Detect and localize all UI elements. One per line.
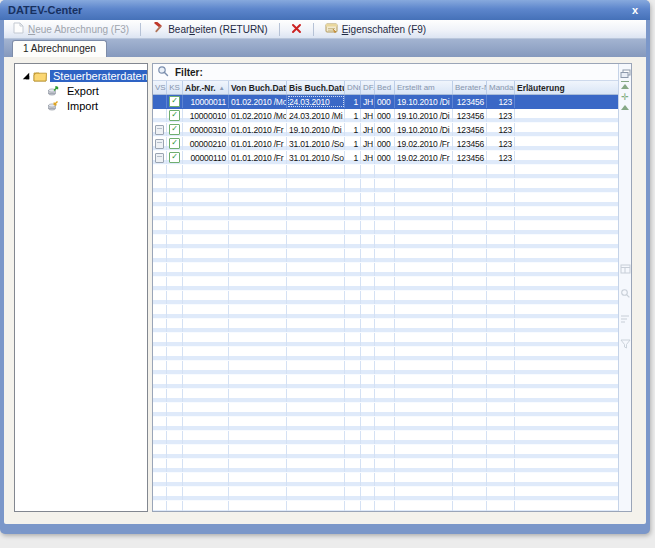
tree-root-steuerberaterdaten[interactable]: Steuerberaterdaten (15, 68, 147, 83)
empty-table-row[interactable] (153, 165, 618, 179)
column-header-bed[interactable]: Bed (375, 81, 395, 94)
export-icon (47, 85, 61, 97)
empty-table-row[interactable] (153, 305, 618, 319)
empty-table-row[interactable] (153, 473, 618, 487)
filter-funnel-icon[interactable] (620, 335, 631, 353)
column-header-abr-nr[interactable]: Abr.-Nr.▲ (183, 81, 229, 94)
empty-table-row[interactable] (153, 459, 618, 473)
filter-label: Filter: (175, 67, 203, 78)
scroll-up-icon[interactable] (621, 105, 629, 110)
hammer-icon (152, 22, 164, 36)
column-header-dnr[interactable]: DNr. (345, 81, 361, 94)
table-row[interactable]: ✓ 00000310 01.01.2010 /Fr 19.10.2010 /Di… (153, 123, 618, 137)
new-page-icon (13, 22, 24, 36)
empty-table-row[interactable] (153, 207, 618, 221)
tree-root-label[interactable]: Steuerberaterdaten (50, 70, 148, 82)
filter-magnifier-icon[interactable] (157, 64, 169, 81)
focused-cell[interactable]: 24.03.2010 (287, 95, 345, 108)
empty-table-row[interactable] (153, 193, 618, 207)
table-body: ✓ 10000011 01.02.2010 /Mo 24.03.2010 1 J… (153, 95, 618, 511)
column-header-erlaeuterung[interactable]: Erläuterung (515, 81, 618, 94)
toolbar-separator (140, 23, 141, 36)
column-header-berater-nr[interactable]: Berater-Nr. (453, 81, 487, 94)
empty-table-row[interactable] (153, 417, 618, 431)
scroll-to-top-icon[interactable] (621, 84, 629, 89)
properties-icon (325, 22, 338, 36)
eigenschaften-button[interactable]: Eigenschaften (F9) (320, 21, 432, 37)
grid-tools (620, 260, 631, 353)
search-icon[interactable] (620, 285, 631, 303)
tree-panel: Steuerberaterdaten Export Import (14, 63, 148, 512)
grid-side-strip: ✛ (618, 64, 631, 511)
empty-table-row[interactable] (153, 249, 618, 263)
import-icon (47, 100, 61, 112)
empty-table-row[interactable] (153, 235, 618, 249)
empty-table-row[interactable] (153, 319, 618, 333)
document-icon (155, 125, 164, 135)
column-header-vs[interactable]: VS (153, 81, 167, 94)
empty-table-row[interactable] (153, 347, 618, 361)
empty-table-row[interactable] (153, 179, 618, 193)
document-icon (155, 139, 164, 149)
title-bar: DATEV-Center x (0, 0, 650, 20)
tree-item-label[interactable]: Import (64, 100, 101, 112)
sort-ascending-icon: ▲ (219, 85, 225, 91)
column-header-bis-buch-datum[interactable]: Bis Buch.Datum (287, 81, 345, 94)
checkbox-checked-icon[interactable]: ✓ (169, 96, 180, 107)
tree-item-import[interactable]: Import (15, 98, 147, 113)
filter-row: Filter: (153, 64, 618, 81)
checkbox-checked-icon[interactable]: ✓ (169, 152, 180, 163)
tab-abrechnungen[interactable]: 1 Abrechnungen (12, 40, 107, 57)
empty-table-row[interactable] (153, 403, 618, 417)
column-header-mandant[interactable]: Mandan (487, 81, 515, 94)
folder-icon (33, 70, 47, 82)
delete-x-icon (291, 23, 302, 36)
empty-table-row[interactable] (153, 263, 618, 277)
empty-table-row[interactable] (153, 291, 618, 305)
column-header-df[interactable]: DF. (361, 81, 375, 94)
checkbox-checked-icon[interactable]: ✓ (169, 124, 180, 135)
document-icon (155, 153, 164, 163)
datev-center-window: DATEV-Center x Neue Abrechnung (F3) Bear… (0, 0, 650, 534)
content-area: Steuerberaterdaten Export Import (4, 57, 646, 524)
new-abrechnung-button[interactable]: Neue Abrechnung (F3) (8, 21, 134, 37)
empty-table-row[interactable] (153, 333, 618, 347)
tree-item-export[interactable]: Export (15, 83, 147, 98)
nav-plus-icon[interactable]: ✛ (621, 93, 629, 101)
delete-button[interactable] (286, 22, 307, 37)
close-button[interactable]: x (628, 4, 642, 17)
abrechnungen-table-panel: Filter: VS KS Abr.-Nr.▲ Von Buch.Datum B… (152, 63, 632, 512)
bearbeiten-button[interactable]: Bearbeiten (RETURN) (147, 21, 272, 37)
column-chooser-icon[interactable] (620, 65, 631, 75)
empty-table-row[interactable] (153, 389, 618, 403)
column-header-erstellt-am[interactable]: Erstellt am (395, 81, 453, 94)
empty-table-row[interactable] (153, 431, 618, 445)
table-header-row: VS KS Abr.-Nr.▲ Von Buch.Datum Bis Buch.… (153, 81, 618, 95)
table-row[interactable]: ✓ 00000110 01.01.2010 /Fr 31.01.2010 /So… (153, 151, 618, 165)
checkbox-checked-icon[interactable]: ✓ (169, 138, 180, 149)
tree-item-label[interactable]: Export (64, 85, 102, 97)
table-row[interactable]: ✓ 00000210 01.01.2010 /Fr 31.01.2010 /So… (153, 137, 618, 151)
empty-table-row[interactable] (153, 221, 618, 235)
scroll-buttons: ✛ (621, 84, 629, 110)
column-header-ks[interactable]: KS (167, 81, 183, 94)
toolbar-separator (313, 23, 314, 36)
tab-strip: 1 Abrechnungen (4, 39, 646, 57)
table-row[interactable]: ✓ 10000011 01.02.2010 /Mo 24.03.2010 1 J… (153, 95, 618, 109)
window-title: DATEV-Center (8, 4, 82, 16)
empty-table-row[interactable] (153, 445, 618, 459)
table-row[interactable]: ✓ 10000010 01.02.2010 /Mo 24.03.2010 /Mi… (153, 109, 618, 123)
sort-icon[interactable] (620, 310, 631, 328)
empty-table-row[interactable] (153, 375, 618, 389)
empty-table-row[interactable] (153, 277, 618, 291)
toolbar: Neue Abrechnung (F3) Bearbeiten (RETURN)… (4, 20, 646, 39)
view-layout-icon[interactable] (620, 260, 631, 278)
checkbox-checked-icon[interactable]: ✓ (169, 110, 180, 121)
empty-table-row[interactable] (153, 361, 618, 375)
empty-table-row[interactable] (153, 501, 618, 511)
column-header-von-buch-datum[interactable]: Von Buch.Datum (229, 81, 287, 94)
expand-triangle-icon[interactable] (23, 72, 29, 78)
empty-table-row[interactable] (153, 487, 618, 501)
toolbar-separator (279, 23, 280, 36)
